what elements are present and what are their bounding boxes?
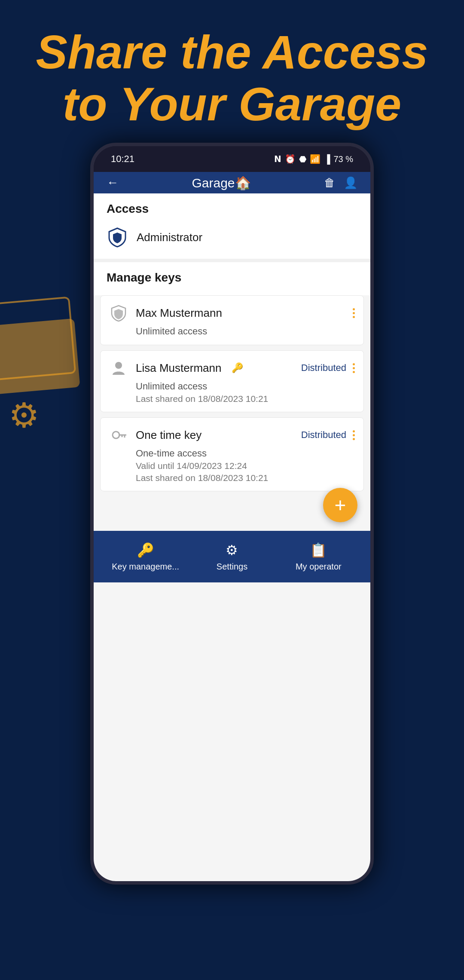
alarm-icon: ⏰ bbox=[285, 154, 296, 164]
otk-key-icon bbox=[109, 426, 128, 444]
status-bar: 10:21 𝗡 ⏰ ⬣ 📶 ▐ 73 % bbox=[94, 146, 370, 172]
background-wrapper: Share the Access to Your Garage ⚙ 10:21 … bbox=[0, 0, 464, 980]
otk-more-button[interactable] bbox=[353, 430, 355, 440]
max-key-info: Unlimited access bbox=[109, 326, 355, 337]
max-access-type: Unlimited access bbox=[136, 326, 355, 337]
app-content: Access Administrator Manage keys bbox=[94, 193, 370, 881]
my-operator-label: My operator bbox=[296, 562, 342, 572]
admin-row: Administrator bbox=[107, 222, 357, 252]
access-title: Access bbox=[107, 202, 357, 216]
key-card-right-otk: Distributed bbox=[301, 429, 355, 441]
lisa-name: Lisa Mustermann bbox=[136, 361, 221, 375]
section-divider-1 bbox=[94, 259, 370, 262]
key-card-onetimekey: One time key Distributed One-tim bbox=[100, 417, 364, 491]
phone-frame-wrapper: 10:21 𝗡 ⏰ ⬣ 📶 ▐ 73 % ← Garage🏠 🗑 👤 bbox=[90, 143, 374, 885]
lisa-access-type: Unlimited access bbox=[136, 381, 355, 392]
bg-gear-icon: ⚙ bbox=[9, 395, 40, 435]
bottom-navigation: 🔑 Key manageme... ⚙ Settings 📋 My operat… bbox=[94, 531, 370, 582]
lisa-user-icon bbox=[109, 358, 128, 377]
delete-icon[interactable]: 🗑 bbox=[324, 176, 335, 190]
key-card-header-max: Max Mustermann bbox=[109, 303, 355, 322]
otk-name: One time key bbox=[136, 429, 201, 442]
page-title: Garage🏠 bbox=[192, 175, 250, 190]
nfc-icon: 𝗡 bbox=[274, 154, 281, 164]
my-operator-icon: 📋 bbox=[310, 542, 327, 558]
battery-level: 73 % bbox=[333, 154, 353, 164]
phone-frame: 10:21 𝗡 ⏰ ⬣ 📶 ▐ 73 % ← Garage🏠 🗑 👤 bbox=[90, 143, 374, 885]
key-card-right-lisa: Distributed bbox=[301, 362, 355, 374]
app-header: ← Garage🏠 🗑 👤 bbox=[94, 172, 370, 193]
nav-item-key-management[interactable]: 🔑 Key manageme... bbox=[102, 542, 189, 572]
add-key-fab[interactable]: + bbox=[323, 488, 357, 522]
wifi-icon: 📶 bbox=[310, 154, 321, 164]
otk-distributed-badge: Distributed bbox=[301, 429, 346, 441]
max-more-button[interactable] bbox=[353, 308, 355, 318]
key-card-right-max bbox=[353, 308, 355, 318]
key-card-lisa: Lisa Mustermann 🔑 Distributed bbox=[100, 350, 364, 412]
bg-decoration-2 bbox=[0, 318, 80, 395]
key-card-left-lisa: Lisa Mustermann 🔑 bbox=[109, 358, 243, 377]
hero-title: Share the Access to Your Garage bbox=[34, 26, 430, 130]
otk-valid-until: Valid until 14/09/2023 12:24 bbox=[136, 461, 355, 471]
back-button[interactable]: ← bbox=[107, 176, 119, 190]
bluetooth-icon: ⬣ bbox=[299, 154, 306, 164]
key-card-header-lisa: Lisa Mustermann 🔑 Distributed bbox=[109, 358, 355, 377]
max-user-icon bbox=[109, 303, 128, 322]
lisa-key-info: Unlimited access Last shared on 18/08/20… bbox=[109, 381, 355, 404]
status-icons: 𝗡 ⏰ ⬣ 📶 ▐ 73 % bbox=[274, 154, 353, 164]
key-card-left-max: Max Mustermann bbox=[109, 303, 222, 322]
lisa-more-button[interactable] bbox=[353, 363, 355, 373]
key-card-left-otk: One time key bbox=[109, 426, 201, 444]
nav-item-my-operator[interactable]: 📋 My operator bbox=[275, 542, 362, 572]
lisa-last-shared: Last shared on 18/08/2023 10:21 bbox=[136, 394, 355, 404]
max-name: Max Mustermann bbox=[136, 306, 222, 320]
settings-label: Settings bbox=[217, 562, 247, 572]
svg-point-1 bbox=[113, 432, 119, 438]
header-icons: 🗑 👤 bbox=[324, 176, 357, 190]
key-management-label: Key manageme... bbox=[112, 562, 179, 572]
status-time: 10:21 bbox=[111, 153, 134, 165]
nav-item-settings[interactable]: ⚙ Settings bbox=[189, 542, 275, 572]
settings-icon: ⚙ bbox=[226, 542, 238, 558]
key-card-max: Max Mustermann Unlimited access bbox=[100, 295, 364, 345]
svg-point-0 bbox=[115, 362, 122, 369]
access-section: Access Administrator bbox=[94, 193, 370, 259]
user-settings-icon[interactable]: 👤 bbox=[344, 176, 357, 190]
admin-label: Administrator bbox=[137, 231, 202, 244]
otk-key-info: One-time access Valid until 14/09/2023 1… bbox=[109, 448, 355, 483]
otk-last-shared: Last shared on 18/08/2023 10:21 bbox=[136, 473, 355, 483]
otk-access-type: One-time access bbox=[136, 448, 355, 459]
manage-keys-title: Manage keys bbox=[107, 271, 357, 285]
key-management-icon: 🔑 bbox=[137, 542, 154, 558]
hero-section: Share the Access to Your Garage bbox=[0, 0, 464, 138]
signal-icon: ▐ bbox=[324, 154, 330, 164]
manage-keys-section: Manage keys bbox=[94, 262, 370, 295]
key-card-header-otk: One time key Distributed bbox=[109, 426, 355, 444]
lisa-distributed-badge: Distributed bbox=[301, 362, 346, 374]
shield-icon bbox=[107, 227, 128, 248]
fab-container: + bbox=[94, 496, 370, 531]
lisa-key-emoji: 🔑 bbox=[232, 362, 243, 374]
